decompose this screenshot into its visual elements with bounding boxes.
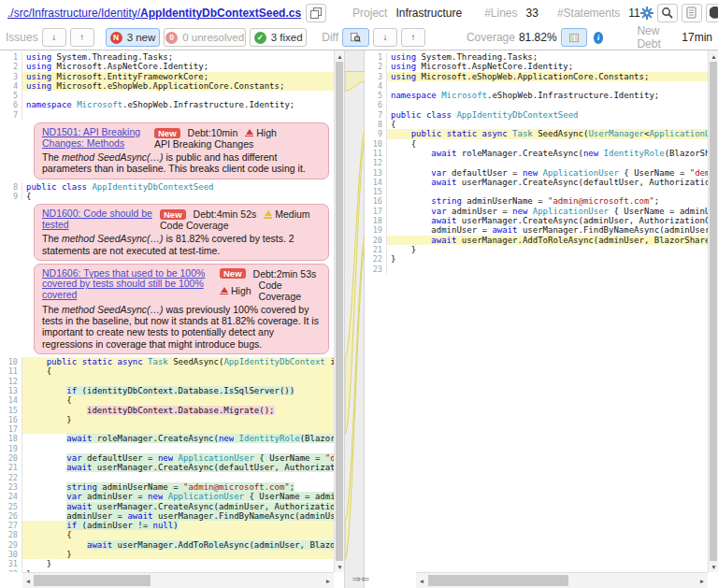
code-line[interactable]: 13 var defaultUser = new ApplicationUser… (365, 168, 708, 178)
filter-unresolved-issues-button[interactable]: 0 0 unresolved (164, 28, 246, 47)
code-text: public class AppIdentityDbContextSeed (22, 182, 334, 192)
code-token: new (512, 207, 527, 216)
right-horizontal-scrollbar[interactable]: ◄ ► (416, 572, 708, 588)
coverage-toggle-button[interactable] (561, 28, 587, 47)
code-line[interactable]: 2using Microsoft.AspNetCore.Identity; (0, 62, 334, 71)
scroll-up-arrow[interactable]: ▲ (709, 50, 718, 62)
code-line[interactable]: 24 var adminUser = new ApplicationUser {… (0, 492, 334, 501)
code-line[interactable]: 19 (0, 444, 334, 453)
code-line[interactable]: 31 } (0, 559, 334, 568)
search-button[interactable] (657, 4, 678, 22)
issue-next-button[interactable]: ↑ (70, 28, 94, 47)
code-line[interactable]: 7 (0, 110, 334, 120)
left-horizontal-scrollbar[interactable]: ◄ ► (22, 572, 334, 588)
theme-toggle-button[interactable] (706, 4, 718, 22)
issue-rule-link[interactable]: ND1600: Code should be tested (42, 208, 152, 230)
merge-left-icon[interactable]: ⇐ (361, 573, 369, 584)
line-number: 3 (0, 72, 22, 81)
settings-gear-icon[interactable] (640, 7, 653, 20)
code-token: await (66, 502, 92, 511)
code-token: AppIdentityDbContext (223, 357, 324, 366)
code-line[interactable]: 17 (0, 424, 334, 434)
code-line[interactable]: 22 (0, 473, 334, 482)
code-line[interactable]: 3using Microsoft.eShopWeb.ApplicationCor… (365, 72, 708, 81)
code-line[interactable]: 1using System.Threading.Tasks; (0, 52, 334, 62)
left-vertical-scrollbar[interactable]: ▲ ▼ (334, 50, 344, 572)
scrollbar-thumb[interactable] (34, 575, 151, 586)
scrollbar-thumb[interactable] (428, 575, 568, 586)
code-line[interactable]: 2using Microsoft.AspNetCore.Identity; (365, 62, 708, 71)
code-line[interactable]: 5 (0, 91, 334, 100)
code-line[interactable]: 5namespace Microsoft.eShopWeb.Infrastruc… (365, 91, 708, 100)
code-line[interactable]: 20 await userManager.AddToRoleAsync(admi… (365, 236, 708, 245)
code-line[interactable]: 15 identityDbContext.Database.Migrate(); (0, 406, 334, 415)
filter-fixed-issues-button[interactable]: ✓ 3 fixed (250, 28, 307, 47)
code-line[interactable]: 26 adminUser = await userManager.FindByN… (0, 511, 334, 521)
code-line[interactable]: 4using Microsoft.eShopWeb.ApplicationCor… (0, 81, 334, 91)
code-line[interactable]: 15 (365, 187, 708, 196)
scroll-down-arrow[interactable]: ▼ (709, 561, 718, 572)
scrollbar-thumb[interactable] (710, 62, 717, 561)
code-token (234, 434, 238, 443)
code-line[interactable]: 28 { (0, 530, 334, 539)
diff-preview-button[interactable] (342, 28, 369, 47)
file-path-link[interactable]: ./src/Infrastructure/Identity/AppIdentit… (7, 7, 301, 20)
code-line[interactable]: 19 adminUser = await userManager.FindByN… (365, 225, 708, 235)
code-line[interactable]: 21 await userManager.CreateAsync(default… (0, 463, 334, 472)
code-token: await (431, 216, 456, 225)
code-line[interactable]: 25 await userManager.CreateAsync(adminUs… (0, 502, 334, 511)
right-vertical-scrollbar[interactable]: ▲ ▼ (708, 50, 718, 572)
code-line[interactable]: 3using Microsoft.EntityFrameworkCore; (0, 72, 334, 81)
code-line[interactable]: 12 (0, 377, 334, 386)
code-line[interactable]: 23 string adminUserName = "admin@microso… (0, 482, 334, 492)
issue-rule-link[interactable]: ND1606: Types that used to be 100% cover… (42, 268, 212, 301)
code-line[interactable]: 30 } (0, 550, 334, 559)
code-line[interactable]: 1using System.Threading.Tasks; (365, 52, 708, 62)
code-line[interactable]: 11 await roleManager.CreateAsync(new Ide… (365, 149, 708, 158)
code-line[interactable]: 22} (365, 254, 708, 264)
scroll-right-arrow[interactable]: ► (323, 573, 334, 588)
code-line[interactable]: 18 await userManager.CreateAsync(adminUs… (365, 216, 708, 225)
merge-right-icon[interactable]: ⇒ (352, 573, 361, 584)
code-text: if (identityDbContext.Database.IsSqlServ… (22, 386, 334, 395)
code-line[interactable]: 11 { (0, 366, 334, 376)
code-line[interactable]: 18 await roleManager.CreateAsync(new Ide… (0, 434, 334, 443)
code-line[interactable]: 8{ (365, 120, 708, 129)
code-line[interactable]: 21 } (365, 245, 708, 254)
code-line[interactable]: 8public class AppIdentityDbContextSeed (0, 182, 334, 192)
code-line[interactable]: 14 await userManager.CreateAsync(default… (365, 178, 708, 187)
code-line[interactable]: 10 public static async Task SeedAsync(Ap… (0, 357, 334, 366)
code-line[interactable]: 12 (365, 158, 708, 167)
code-line[interactable]: 14 { (0, 395, 334, 405)
scrollbar-thumb[interactable] (336, 62, 343, 561)
code-line[interactable]: 23 (365, 265, 708, 274)
diff-next-button[interactable]: ↑ (401, 28, 425, 47)
coverage-info-icon[interactable]: i (594, 32, 604, 44)
scroll-left-arrow[interactable]: ◄ (416, 573, 427, 588)
code-line[interactable]: 29 await userManager.AddToRoleAsync(admi… (0, 540, 334, 550)
code-token: System.Threading.Tasks; (51, 52, 173, 62)
code-line[interactable]: 17 var adminUser = new ApplicationUser {… (365, 207, 708, 216)
issue-rule-link[interactable]: ND1501: API Breaking Changes: Methods (42, 127, 147, 149)
code-text (387, 265, 708, 274)
document-button[interactable] (682, 4, 702, 22)
code-text: { (22, 366, 334, 376)
code-line[interactable]: 9{ (0, 192, 334, 201)
copy-path-button[interactable] (306, 4, 326, 22)
code-line[interactable]: 16 } (0, 415, 334, 424)
code-line[interactable]: 6namespace Microsoft.eShopWeb.Infrastruc… (0, 100, 334, 109)
code-line[interactable]: 9 public static async Task SeedAsync(Use… (365, 129, 708, 138)
code-line[interactable]: 4 (365, 81, 708, 91)
scroll-right-arrow[interactable]: ► (696, 573, 708, 588)
code-line[interactable]: 7public class AppIdentityDbContextSeed (365, 110, 708, 120)
code-line[interactable]: 10 { (365, 139, 708, 149)
code-line[interactable]: 27 if (adminUser != null) (0, 521, 334, 530)
code-line[interactable]: 6 (365, 100, 708, 109)
issue-prev-button[interactable]: ↓ (42, 28, 66, 47)
code-line[interactable]: 13 if (identityDbContext.Database.IsSqlS… (0, 386, 334, 395)
scroll-left-arrow[interactable]: ◄ (22, 573, 34, 588)
code-line[interactable]: 16 string adminUserName = "admin@microso… (365, 196, 708, 206)
diff-prev-button[interactable]: ↓ (373, 28, 397, 47)
filter-new-issues-button[interactable]: N 3 new (106, 28, 161, 47)
code-line[interactable]: 20 var defaultUser = new ApplicationUser… (0, 453, 334, 463)
